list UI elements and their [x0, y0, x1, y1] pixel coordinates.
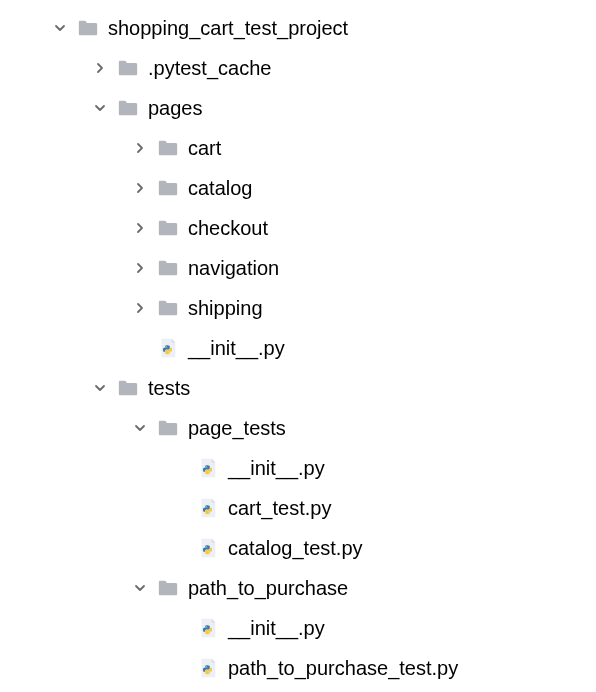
tree-row-catalog_test[interactable]: catalog_test.py	[0, 528, 596, 568]
chevron-right-icon[interactable]	[128, 176, 152, 200]
tree-row-shipping[interactable]: shipping	[0, 288, 596, 328]
tree-item-label: catalog	[188, 177, 253, 200]
folder-icon	[156, 576, 180, 600]
python-file-icon	[196, 496, 220, 520]
folder-icon	[156, 176, 180, 200]
tree-item-label: page_tests	[188, 417, 286, 440]
chevron-down-icon[interactable]	[48, 16, 72, 40]
folder-icon	[156, 216, 180, 240]
folder-icon	[76, 16, 100, 40]
tree-row-pytest_cache[interactable]: .pytest_cache	[0, 48, 596, 88]
tree-item-label: cart_test.py	[228, 497, 331, 520]
tree-row-path_to_purchase[interactable]: path_to_purchase	[0, 568, 596, 608]
python-file-icon	[196, 536, 220, 560]
tree-row-ptp_init[interactable]: __init__.py	[0, 608, 596, 648]
python-file-icon	[196, 456, 220, 480]
tree-row-page_tests[interactable]: page_tests	[0, 408, 596, 448]
chevron-down-icon[interactable]	[128, 416, 152, 440]
tree-item-label: path_to_purchase	[188, 577, 348, 600]
tree-item-label: navigation	[188, 257, 279, 280]
chevron-down-icon[interactable]	[88, 376, 112, 400]
chevron-right-icon[interactable]	[128, 256, 152, 280]
tree-item-label: __init__.py	[228, 457, 325, 480]
chevron-right-icon[interactable]	[88, 56, 112, 80]
tree-item-label: __init__.py	[228, 617, 325, 640]
tree-row-checkout[interactable]: checkout	[0, 208, 596, 248]
chevron-down-icon[interactable]	[88, 96, 112, 120]
folder-icon	[156, 296, 180, 320]
tree-item-label: .pytest_cache	[148, 57, 271, 80]
chevron-right-icon[interactable]	[128, 216, 152, 240]
tree-item-label: path_to_purchase_test.py	[228, 657, 458, 680]
folder-icon	[156, 136, 180, 160]
tree-item-label: tests	[148, 377, 190, 400]
tree-row-pages_init[interactable]: __init__.py	[0, 328, 596, 368]
chevron-down-icon[interactable]	[128, 576, 152, 600]
chevron-right-icon[interactable]	[128, 296, 152, 320]
folder-icon	[116, 376, 140, 400]
folder-icon	[156, 256, 180, 280]
tree-row-tests[interactable]: tests	[0, 368, 596, 408]
python-file-icon	[196, 656, 220, 680]
tree-row-root[interactable]: shopping_cart_test_project	[0, 8, 596, 48]
tree-item-label: __init__.py	[188, 337, 285, 360]
tree-row-pt_init[interactable]: __init__.py	[0, 448, 596, 488]
tree-item-label: shipping	[188, 297, 263, 320]
chevron-right-icon[interactable]	[128, 136, 152, 160]
tree-item-label: shopping_cart_test_project	[108, 17, 348, 40]
folder-icon	[116, 96, 140, 120]
python-file-icon	[156, 336, 180, 360]
folder-icon	[156, 416, 180, 440]
folder-icon	[116, 56, 140, 80]
tree-row-navigation[interactable]: navigation	[0, 248, 596, 288]
tree-row-catalog[interactable]: catalog	[0, 168, 596, 208]
tree-row-cart_test[interactable]: cart_test.py	[0, 488, 596, 528]
tree-item-label: cart	[188, 137, 221, 160]
tree-item-label: pages	[148, 97, 203, 120]
tree-row-ptp_test[interactable]: path_to_purchase_test.py	[0, 648, 596, 688]
python-file-icon	[196, 616, 220, 640]
tree-item-label: catalog_test.py	[228, 537, 363, 560]
tree-row-cart[interactable]: cart	[0, 128, 596, 168]
tree-row-pages[interactable]: pages	[0, 88, 596, 128]
tree-item-label: checkout	[188, 217, 268, 240]
file-tree: shopping_cart_test_project.pytest_cachep…	[0, 8, 596, 688]
